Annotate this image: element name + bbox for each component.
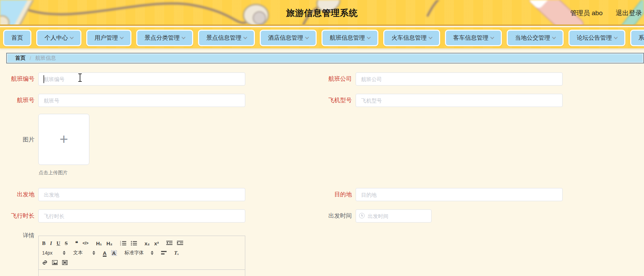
nav-item-personal-center[interactable]: 个人中心 — [36, 30, 81, 46]
bullet-list-button[interactable] — [131, 240, 137, 246]
background-color-button[interactable]: A — [111, 250, 117, 256]
subscript-button[interactable]: x₂ — [145, 241, 150, 246]
image-button[interactable] — [52, 260, 58, 265]
ordered-list-button[interactable]: 123 — [120, 240, 126, 246]
text-style-select[interactable]: 文本 — [73, 250, 95, 256]
italic-button[interactable]: I — [50, 241, 52, 246]
departure-time-label: 出发时间 — [317, 209, 352, 223]
logout-link[interactable]: 退出登录 — [616, 9, 642, 18]
departure-time-input[interactable] — [356, 209, 432, 223]
indent-button[interactable] — [177, 240, 183, 246]
app-header: 旅游信息管理系统 管理员 abo 退出登录 — [0, 0, 644, 26]
nav-item-forum-notice-mgmt[interactable]: 论坛公告管理 — [568, 30, 625, 46]
blockquote-button[interactable]: ❝ — [75, 241, 78, 246]
upload-hint: 点击上传图片 — [39, 170, 68, 176]
nav-item-bus-info-mgmt[interactable]: 客车信息管理 — [445, 30, 502, 46]
bold-button[interactable]: B — [42, 241, 46, 246]
duration-label: 飞行时长 — [0, 209, 34, 223]
plus-icon: + — [60, 132, 68, 147]
nav-item-home[interactable]: 首页 — [3, 30, 31, 46]
nav-item-flight-info-mgmt[interactable]: 航班信息管理 — [321, 30, 378, 46]
flight-number-label: 航班号 — [0, 94, 34, 107]
duration-input[interactable] — [38, 209, 245, 223]
departure-label: 出发地 — [0, 188, 34, 201]
link-button[interactable] — [42, 260, 48, 265]
nav-item-train-info-mgmt[interactable]: 火车信息管理 — [383, 30, 440, 46]
align-button[interactable] — [161, 251, 167, 255]
breadcrumb-current: 航班信息 — [35, 55, 56, 61]
airline-input[interactable] — [356, 72, 563, 86]
header2-button[interactable]: H₂ — [107, 241, 113, 246]
ibeam-cursor — [80, 73, 80, 82]
strikethrough-button[interactable]: S — [65, 241, 68, 246]
chevron-down-icon — [552, 35, 556, 39]
chevron-down-icon — [367, 35, 370, 39]
outdent-button[interactable] — [166, 240, 172, 246]
chevron-down-icon — [120, 35, 123, 39]
spinner-icon — [151, 251, 153, 255]
breadcrumb: 首页 / 航班信息 — [6, 53, 644, 63]
editor-content-area[interactable] — [38, 269, 245, 276]
breadcrumb-separator: / — [30, 55, 31, 61]
nav-item-local-transit-mgmt[interactable]: 当地公交管理 — [507, 30, 564, 46]
spinner-icon — [92, 251, 95, 255]
nav-item-hotel-info-mgmt[interactable]: 酒店信息管理 — [260, 30, 317, 46]
detail-label: 详情 — [23, 232, 34, 239]
editor-toolbar: B I U S ❝ </> H₁ H₂ 123 — [38, 236, 245, 269]
nav-item-user-mgmt[interactable]: 用户管理 — [86, 30, 131, 46]
image-upload-box[interactable]: + — [38, 114, 89, 165]
chevron-down-icon — [305, 35, 309, 39]
departure-input[interactable] — [38, 188, 245, 201]
nav-item-scenic-category-mgmt[interactable]: 景点分类管理 — [136, 30, 193, 46]
clock-icon — [359, 213, 365, 218]
spinner-icon — [63, 251, 66, 255]
header1-button[interactable]: H₁ — [96, 241, 102, 246]
image-label: 图片 — [23, 136, 34, 144]
video-button[interactable] — [62, 260, 68, 265]
nav-item-system-mgmt[interactable]: 系统管理 — [630, 30, 644, 46]
main-nav: 首页 个人中心 用户管理 景点分类管理 景点信息管理 酒店信息管理 航班信息管理… — [0, 27, 644, 48]
svg-text:3: 3 — [120, 244, 121, 246]
breadcrumb-home[interactable]: 首页 — [15, 55, 26, 61]
flight-code-input[interactable] — [38, 72, 245, 86]
text-color-button[interactable]: A — [103, 250, 107, 256]
chevron-down-icon — [428, 35, 432, 39]
chevron-down-icon — [243, 35, 247, 39]
detail-rich-editor: B I U S ❝ </> H₁ H₂ 123 — [38, 236, 245, 276]
clear-format-button[interactable]: Tₓ — [174, 250, 179, 256]
chevron-down-icon — [70, 35, 73, 39]
nav-item-scenic-info-mgmt[interactable]: 景点信息管理 — [198, 30, 255, 46]
chevron-down-icon — [614, 35, 617, 39]
superscript-button[interactable]: x² — [154, 241, 159, 246]
header-decoration — [0, 0, 644, 26]
underline-button[interactable]: U — [57, 241, 60, 246]
admin-username: 管理员 abo — [570, 9, 603, 18]
chevron-down-icon — [490, 35, 494, 39]
font-size-select[interactable]: 14px — [42, 250, 66, 256]
chevron-down-icon — [181, 35, 185, 39]
plane-model-input[interactable] — [356, 94, 563, 107]
flight-code-label: 航班编号 — [0, 72, 34, 86]
flight-number-input[interactable] — [38, 94, 245, 107]
airline-label: 航班公司 — [317, 72, 352, 86]
plane-model-label: 飞机型号 — [317, 94, 352, 107]
font-family-select[interactable]: 标准字体 — [125, 250, 153, 256]
destination-label: 目的地 — [317, 188, 352, 201]
code-block-button[interactable]: </> — [82, 241, 88, 245]
text-caret — [43, 75, 44, 83]
destination-input[interactable] — [356, 188, 563, 201]
